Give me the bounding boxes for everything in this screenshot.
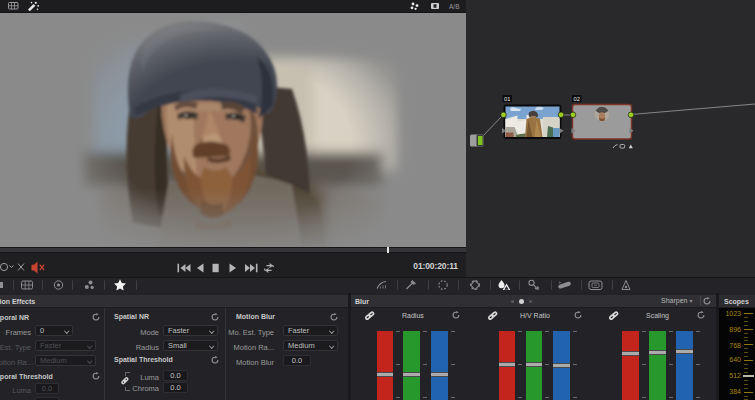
svg-text:02: 02 (574, 96, 580, 102)
svg-text:01: 01 (504, 96, 510, 102)
svg-text:A/B: A/B (449, 3, 459, 10)
